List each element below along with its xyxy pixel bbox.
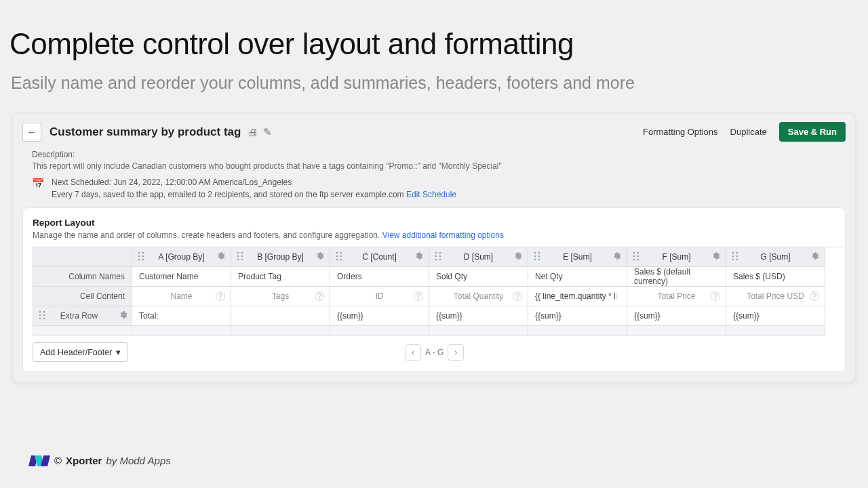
grid-spacer bbox=[627, 326, 726, 336]
column-name-cell[interactable]: Sold Qty bbox=[429, 267, 528, 287]
gear-icon[interactable] bbox=[119, 310, 127, 321]
help-icon[interactable]: ? bbox=[513, 291, 522, 301]
column-header[interactable]: B [Group By] bbox=[231, 247, 330, 267]
gear-icon[interactable] bbox=[513, 251, 522, 262]
pager-prev-button[interactable]: ‹ bbox=[405, 344, 421, 361]
extra-row-cell[interactable]: Total: bbox=[132, 306, 231, 326]
gear-icon[interactable] bbox=[612, 251, 621, 262]
svg-point-2 bbox=[138, 255, 140, 257]
drag-handle-icon[interactable] bbox=[138, 251, 144, 263]
cell-content-cell[interactable]: {{ line_item.quantity * line_it bbox=[528, 287, 627, 306]
svg-point-10 bbox=[237, 258, 239, 260]
svg-point-0 bbox=[138, 251, 140, 253]
svg-point-45 bbox=[43, 314, 45, 316]
help-icon[interactable]: ? bbox=[216, 291, 225, 301]
help-icon[interactable]: ? bbox=[711, 291, 720, 301]
help-icon[interactable]: ? bbox=[810, 291, 819, 301]
edit-icon[interactable]: ✎ bbox=[263, 126, 272, 138]
edit-schedule-link[interactable]: Edit Schedule bbox=[406, 190, 456, 199]
column-name-value[interactable]: Sales $ (USD) bbox=[733, 272, 785, 281]
extra-row-value[interactable]: {{sum}} bbox=[634, 311, 660, 321]
gear-icon[interactable] bbox=[216, 251, 225, 262]
cell-content-value[interactable]: Total Price bbox=[657, 291, 695, 301]
add-header-footer-button[interactable]: Add Header/Footer▾ bbox=[33, 342, 128, 362]
extra-row-value[interactable]: {{sum}} bbox=[436, 311, 462, 321]
column-header[interactable]: D [Sum] bbox=[429, 247, 528, 267]
column-name-value[interactable]: Net Qty bbox=[535, 272, 563, 281]
pager-next-button[interactable]: › bbox=[448, 344, 464, 361]
column-name-value[interactable]: Sales $ (default currency) bbox=[634, 267, 719, 286]
gear-icon[interactable] bbox=[414, 251, 423, 262]
extra-row-value[interactable]: {{sum}} bbox=[733, 311, 760, 321]
cell-content-value[interactable]: ID bbox=[376, 291, 384, 301]
extra-row-value[interactable]: {{sum}} bbox=[535, 311, 561, 321]
extra-row-cell[interactable]: {{sum}} bbox=[528, 306, 627, 326]
extra-row-cell[interactable]: {{sum}} bbox=[627, 306, 726, 326]
cell-content-value[interactable]: Total Quantity bbox=[454, 291, 503, 301]
drag-handle-icon[interactable] bbox=[435, 251, 441, 263]
svg-point-13 bbox=[340, 251, 342, 253]
svg-point-40 bbox=[732, 258, 734, 260]
print-icon[interactable]: 🖨 bbox=[248, 126, 258, 138]
svg-point-39 bbox=[736, 255, 738, 257]
gear-icon[interactable] bbox=[810, 251, 819, 262]
extra-row-cell[interactable] bbox=[231, 306, 330, 326]
formatting-options-link[interactable]: Formatting Options bbox=[643, 127, 718, 137]
column-name-cell[interactable]: Net Qty bbox=[528, 267, 627, 287]
svg-point-23 bbox=[439, 258, 441, 260]
cell-content-cell[interactable]: ID? bbox=[330, 287, 429, 306]
extra-row-value[interactable]: {{sum}} bbox=[337, 311, 363, 321]
column-name-cell[interactable]: Customer Name bbox=[132, 267, 231, 287]
cell-content-cell[interactable]: Total Quantity? bbox=[429, 287, 528, 306]
pager-range: A - G bbox=[425, 348, 443, 357]
drag-handle-icon[interactable] bbox=[732, 251, 738, 263]
column-name-cell[interactable]: Product Tag bbox=[231, 267, 330, 287]
duplicate-link[interactable]: Duplicate bbox=[730, 127, 767, 137]
cell-content-cell[interactable]: Total Price? bbox=[627, 287, 726, 306]
extra-row-cell[interactable]: {{sum}} bbox=[429, 306, 528, 326]
column-name-cell[interactable]: Sales $ (USD) bbox=[726, 267, 825, 287]
extra-row-cell[interactable]: {{sum}} bbox=[330, 306, 429, 326]
column-header[interactable]: F [Sum] bbox=[627, 247, 726, 267]
drag-handle-icon[interactable] bbox=[534, 251, 540, 263]
svg-point-1 bbox=[142, 251, 144, 253]
gear-icon[interactable] bbox=[315, 251, 324, 262]
extra-row-cell[interactable]: {{sum}} bbox=[726, 306, 825, 326]
description-label: Description: bbox=[32, 150, 846, 159]
drag-handle-icon[interactable] bbox=[336, 251, 342, 263]
column-header[interactable]: G [Sum] bbox=[726, 247, 825, 267]
save-run-button[interactable]: Save & Run bbox=[779, 122, 846, 142]
gear-icon[interactable] bbox=[711, 251, 720, 262]
column-header[interactable]: C [Count] bbox=[330, 247, 429, 267]
help-icon[interactable]: ? bbox=[414, 291, 423, 301]
svg-point-26 bbox=[534, 255, 536, 257]
drag-handle-icon[interactable] bbox=[39, 310, 45, 322]
svg-point-9 bbox=[241, 255, 243, 257]
product-byline: by Modd Apps bbox=[106, 455, 170, 466]
cell-content-cell[interactable]: Tags? bbox=[231, 287, 330, 306]
svg-point-38 bbox=[732, 255, 734, 257]
column-header[interactable]: E [Sum] bbox=[528, 247, 627, 267]
cell-content-value[interactable]: {{ line_item.quantity * line_it bbox=[535, 291, 616, 301]
back-button[interactable]: ← bbox=[22, 123, 41, 142]
cell-content-value[interactable]: Name bbox=[170, 291, 192, 301]
cell-content-value[interactable]: Total Price USD bbox=[747, 291, 804, 301]
cell-content-value[interactable]: Tags bbox=[272, 291, 289, 301]
cell-content-cell[interactable]: Name? bbox=[132, 287, 231, 306]
cell-content-cell[interactable]: Total Price USD? bbox=[726, 287, 825, 306]
layout-grid: A [Group By]B [Group By]C [Count]D [Sum]… bbox=[33, 247, 845, 336]
report-layout-title: Report Layout bbox=[33, 218, 835, 228]
row-label-extra-row[interactable]: Extra Row bbox=[33, 306, 132, 326]
column-name-value[interactable]: Customer Name bbox=[139, 272, 198, 281]
drag-handle-icon[interactable] bbox=[633, 251, 639, 263]
column-name-value[interactable]: Orders bbox=[337, 272, 362, 281]
column-name-value[interactable]: Sold Qty bbox=[436, 272, 467, 281]
column-name-cell[interactable]: Sales $ (default currency) bbox=[627, 267, 726, 287]
column-name-cell[interactable]: Orders bbox=[330, 267, 429, 287]
column-name-value[interactable]: Product Tag bbox=[238, 272, 281, 281]
help-icon[interactable]: ? bbox=[315, 291, 324, 301]
drag-handle-icon[interactable] bbox=[237, 251, 243, 263]
column-header[interactable]: A [Group By] bbox=[132, 247, 231, 267]
extra-row-value[interactable]: Total: bbox=[139, 311, 159, 321]
additional-formatting-link[interactable]: View additional formatting options bbox=[382, 230, 504, 240]
